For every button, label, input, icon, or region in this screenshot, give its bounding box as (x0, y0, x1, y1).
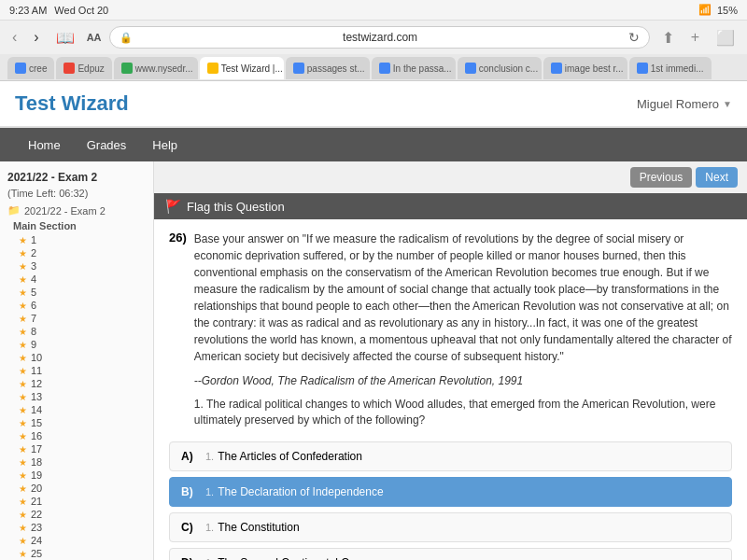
nav-help[interactable]: Help (139, 131, 190, 160)
sidebar-item[interactable]: ★ 19 (0, 469, 153, 482)
answer-option-b[interactable]: B) 1. The Declaration of Independence (169, 477, 732, 507)
sidebar-time: (Time Left: 06:32) (0, 188, 153, 203)
answer-option-d[interactable]: D) 1. The Second Continental Congress (169, 548, 732, 560)
sidebar-item[interactable]: ★ 8 (0, 325, 153, 338)
flag-label: Flag this Question (187, 200, 285, 214)
sidebar-item[interactable]: ★ 21 (0, 495, 153, 508)
sidebar-item[interactable]: ★ 6 (0, 299, 153, 312)
forward-button[interactable]: › (29, 27, 43, 48)
next-button[interactable]: Next (696, 167, 738, 188)
tab-cree[interactable]: cree (7, 57, 54, 79)
sidebar-item[interactable]: ★ 11 (0, 364, 153, 377)
add-tab-button[interactable]: + (686, 27, 704, 48)
sidebar-item[interactable]: ★ 10 (0, 351, 153, 364)
star-icon: ★ (19, 497, 27, 507)
sidebar-item[interactable]: ★ 14 (0, 403, 153, 416)
tab-edpuz[interactable]: Edpuz (56, 57, 111, 79)
answer-text-b: The Declaration of Independence (218, 485, 383, 498)
sub-question: 1. The radical political changes to whic… (194, 397, 732, 428)
share-button[interactable]: ⬆ (657, 27, 679, 49)
tab-immedi[interactable]: 1st immedi... (629, 57, 712, 79)
previous-button[interactable]: Previous (630, 167, 693, 188)
sidebar-exam-label: 2021/22 - Exam 2 (24, 205, 106, 217)
star-icon: ★ (19, 392, 27, 402)
sidebar-item[interactable]: ★ 4 (0, 273, 153, 286)
back-button[interactable]: ‹ (7, 27, 21, 48)
status-right: 📶 15% (698, 4, 738, 16)
tab-icon-nysedr (121, 63, 133, 74)
star-icon: ★ (19, 235, 27, 245)
sidebar-item[interactable]: ★ 13 (0, 390, 153, 403)
answer-label-c: C) (181, 521, 200, 534)
star-icon: ★ (19, 431, 27, 441)
question-number: 26) (169, 231, 187, 245)
star-icon: ★ (19, 470, 27, 481)
sidebar-item[interactable]: ★ 3 (0, 259, 153, 273)
tabs-bar: cree Edpuz www.nysedr... Test Wizard |..… (0, 54, 747, 80)
tab-label-nysedr: www.nysedr... (135, 63, 193, 74)
star-icon: ★ (19, 248, 27, 259)
sidebar-item[interactable]: ★ 18 (0, 455, 153, 469)
answer-num-c: 1. (205, 522, 214, 533)
tab-icon-testwizard (207, 63, 218, 74)
answer-option-c[interactable]: C) 1. The Constitution (169, 512, 732, 542)
star-icon: ★ (19, 418, 27, 428)
sidebar-item[interactable]: ★ 5 (0, 286, 153, 299)
tab-passages[interactable]: passages st... (286, 57, 370, 79)
sidebar-item[interactable]: ★ 12 (0, 377, 153, 390)
star-icon: ★ (19, 274, 27, 285)
sidebar-item[interactable]: ★ 24 (0, 534, 153, 547)
answer-label-b: B) (181, 485, 200, 498)
tab-icon-image (551, 63, 562, 74)
sidebar-item[interactable]: ★ 1 (0, 233, 153, 246)
user-info[interactable]: Miguel Romero ▼ (637, 97, 732, 111)
status-left: 9:23 AM Wed Oct 20 (9, 5, 108, 16)
nav-buttons: Previous Next (630, 167, 738, 188)
star-icon: ★ (19, 549, 27, 559)
tab-image[interactable]: image best r... (543, 57, 627, 79)
tab-conclusion[interactable]: conclusion c... (458, 57, 542, 79)
user-dropdown-icon: ▼ (723, 99, 732, 109)
sidebar-item[interactable]: ★ 22 (0, 508, 153, 521)
tab-nysedr[interactable]: www.nysedr... (114, 57, 198, 79)
star-icon: ★ (19, 523, 27, 533)
tab-inthe[interactable]: In the passa... (372, 57, 456, 79)
sidebar-item[interactable]: ★ 17 (0, 442, 153, 455)
status-day: Wed Oct 20 (54, 5, 108, 16)
sidebar-item[interactable]: ★ 2 (0, 246, 153, 259)
sidebar-item[interactable]: ★ 25 (0, 547, 153, 560)
tab-label-cree: cree (29, 63, 47, 74)
nav-bar: ‹ › 📖 AA 🔒 testwizard.com ↻ ⬆ + ⬜ (0, 21, 747, 54)
star-icon: ★ (19, 287, 27, 298)
sidebar-item[interactable]: ★ 16 (0, 429, 153, 442)
sidebar-item[interactable]: ★ 23 (0, 521, 153, 534)
sidebar-item[interactable]: ★ 20 (0, 482, 153, 495)
sidebar-item[interactable]: ★ 9 (0, 338, 153, 351)
reader-button[interactable]: 📖 (51, 27, 79, 49)
flag-bar[interactable]: 🚩 Flag this Question (154, 193, 747, 219)
tab-icon-conclusion (465, 63, 476, 74)
tab-icon-passages (293, 63, 304, 74)
tab-label-passages: passages st... (307, 63, 365, 74)
star-icon: ★ (19, 366, 27, 376)
answer-num-a: 1. (205, 451, 214, 462)
app-header: Test Wizard Miguel Romero ▼ (0, 81, 747, 128)
tab-icon-edpuz (63, 63, 75, 74)
citation: --Gordon Wood, The Radicalism of the Ame… (194, 374, 732, 387)
sidebar-main-section: Main Section (0, 218, 153, 233)
reload-button[interactable]: ↻ (628, 30, 640, 45)
tab-testwizard[interactable]: Test Wizard |... (200, 57, 284, 79)
star-icon: ★ (19, 340, 27, 350)
sidebar-item[interactable]: ★ 15 (0, 416, 153, 429)
nav-menu: Home Grades Help (0, 128, 747, 161)
tab-label-conclusion: conclusion c... (479, 63, 538, 74)
answer-option-a[interactable]: A) 1. The Articles of Confederation (169, 441, 732, 471)
nav-home[interactable]: Home (15, 131, 74, 160)
sidebar-item[interactable]: ★ 7 (0, 312, 153, 325)
user-name: Miguel Romero (637, 97, 719, 111)
tabs-button[interactable]: ⬜ (712, 27, 740, 49)
battery-status: 15% (717, 5, 738, 16)
star-icon: ★ (19, 444, 27, 455)
address-bar[interactable]: 🔒 testwizard.com ↻ (109, 26, 650, 49)
nav-grades[interactable]: Grades (74, 131, 140, 160)
